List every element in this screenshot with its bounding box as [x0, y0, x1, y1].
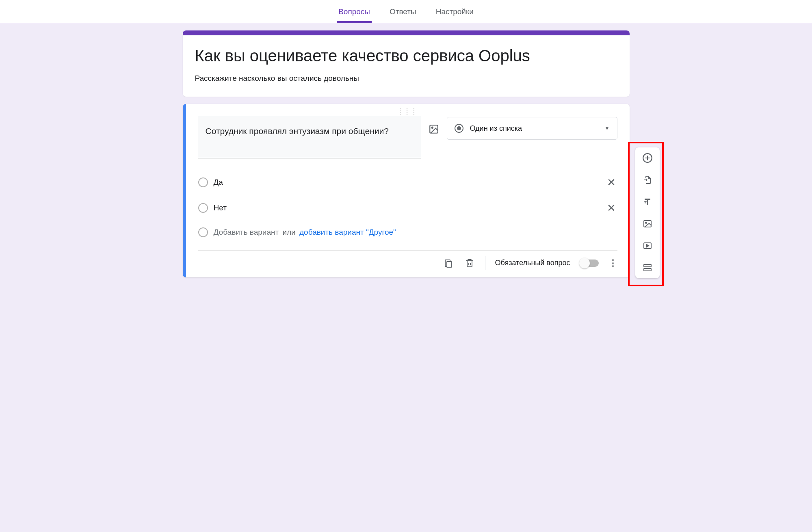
required-toggle[interactable]	[580, 260, 599, 267]
tab-questions[interactable]: Вопросы	[337, 3, 372, 23]
radio-circle-icon	[198, 177, 208, 187]
more-options-icon[interactable]: ⋮	[608, 258, 617, 268]
add-image-icon[interactable]	[642, 218, 653, 229]
duplicate-icon[interactable]	[443, 257, 454, 269]
required-label: Обязательный вопрос	[495, 259, 570, 267]
svg-point-1	[431, 127, 433, 128]
annotation-highlight	[628, 142, 664, 286]
option-text[interactable]: Нет	[214, 203, 600, 212]
form-container: Как вы оцениваете качество сервиса Ooplu…	[183, 23, 630, 294]
drag-handle-icon[interactable]: ⋮⋮⋮⋮⋮⋮	[198, 108, 617, 116]
svg-point-5	[645, 222, 647, 223]
add-other-option-link[interactable]: добавить вариант "Другое"	[299, 228, 396, 236]
svg-rect-7	[644, 264, 651, 267]
question-text-input[interactable]	[198, 116, 421, 158]
add-question-icon[interactable]	[642, 152, 653, 164]
option-text[interactable]: Да	[214, 178, 600, 187]
delete-icon[interactable]	[464, 257, 475, 269]
chevron-down-icon: ▼	[605, 125, 610, 131]
radio-circle-icon	[198, 203, 208, 213]
form-title[interactable]: Как вы оцениваете качество сервиса Ooplu…	[195, 47, 617, 65]
remove-option-icon[interactable]: ✕	[605, 202, 617, 214]
remove-option-icon[interactable]: ✕	[605, 176, 617, 189]
add-image-icon[interactable]	[428, 123, 440, 135]
add-title-icon[interactable]	[642, 196, 653, 208]
form-description[interactable]: Расскажите насколько вы остались довольн…	[195, 74, 617, 83]
question-footer: Обязательный вопрос ⋮	[198, 250, 617, 274]
add-option-row: Добавить вариант или добавить вариант "Д…	[198, 221, 617, 244]
option-row: Нет ✕	[198, 195, 617, 221]
footer-divider	[485, 256, 485, 270]
question-card: ⋮⋮⋮⋮⋮⋮ Один из списка ▼ Да ✕ Нет ✕	[183, 104, 630, 277]
side-toolbar	[635, 147, 660, 278]
question-type-label: Один из списка	[470, 124, 598, 133]
top-tabs: Вопросы Ответы Настройки	[0, 0, 812, 23]
tab-answers[interactable]: Ответы	[388, 3, 418, 23]
svg-rect-8	[644, 268, 651, 271]
add-section-icon[interactable]	[642, 262, 653, 273]
option-row: Да ✕	[198, 170, 617, 195]
add-video-icon[interactable]	[642, 240, 653, 251]
import-questions-icon[interactable]	[642, 174, 653, 186]
form-header-card: Как вы оцениваете качество сервиса Ooplu…	[183, 30, 630, 97]
svg-rect-2	[447, 262, 452, 267]
question-type-dropdown[interactable]: Один из списка ▼	[447, 117, 617, 140]
radio-icon	[455, 124, 463, 133]
tab-settings[interactable]: Настройки	[434, 3, 475, 23]
radio-circle-icon	[198, 227, 208, 237]
add-option-separator: или	[282, 228, 295, 236]
question-header-row: Один из списка ▼	[198, 116, 617, 158]
add-option-button[interactable]: Добавить вариант	[214, 228, 279, 236]
